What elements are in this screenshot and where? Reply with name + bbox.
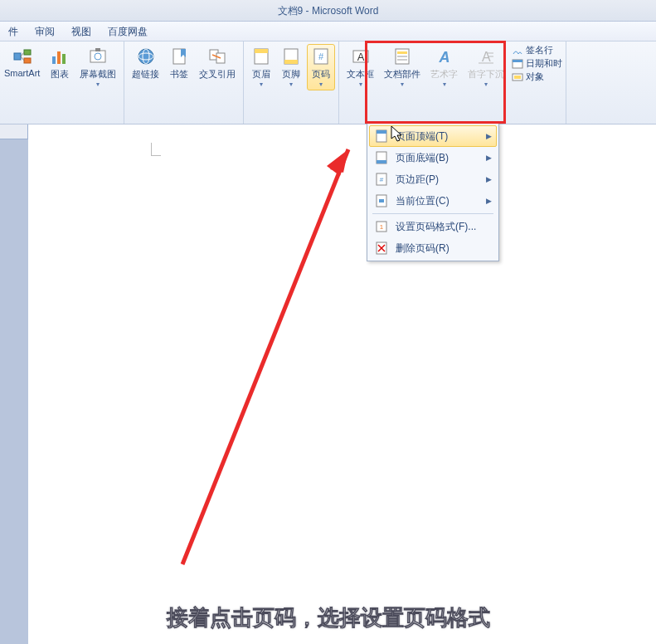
page-margin-icon: # bbox=[374, 172, 389, 187]
submenu-arrow-icon: ▶ bbox=[486, 132, 492, 140]
svg-rect-41 bbox=[377, 160, 386, 163]
svg-rect-8 bbox=[90, 51, 105, 62]
annotation-caption: 接着点击页码，选择设置页码格式 bbox=[0, 603, 656, 632]
svg-rect-39 bbox=[377, 130, 386, 134]
header-label: 页眉 bbox=[252, 68, 270, 80]
dropdown-arrow-icon: ▾ bbox=[443, 80, 446, 88]
wordart-label: 艺术字 bbox=[430, 68, 458, 80]
text-cursor bbox=[151, 143, 161, 156]
page-number-dropdown: 页面顶端(T) ▶ 页面底端(B) ▶ # 页边距(P) ▶ 当前位置(C) ▶… bbox=[367, 123, 499, 261]
dropdown-item-format-page-numbers[interactable]: 1 设置页码格式(F)... bbox=[369, 216, 497, 237]
page-number-button[interactable]: # 页码 ▾ bbox=[307, 44, 335, 90]
menu-item[interactable]: 件 bbox=[0, 22, 27, 41]
menu-bar: 件 审阅 视图 百度网盘 bbox=[0, 22, 656, 41]
bookmark-button[interactable]: 书签 bbox=[165, 44, 193, 83]
svg-rect-0 bbox=[14, 53, 21, 60]
svg-text:#: # bbox=[318, 51, 324, 61]
document-page[interactable] bbox=[28, 124, 656, 644]
footer-icon bbox=[281, 46, 301, 66]
header-button[interactable]: 页眉 ▾ bbox=[247, 44, 275, 90]
screenshot-label: 屏幕截图 bbox=[80, 68, 116, 80]
dropcap-button[interactable]: A 首字下沉 ▾ bbox=[464, 44, 508, 90]
dropdown-arrow-icon: ▾ bbox=[96, 80, 100, 88]
svg-rect-6 bbox=[57, 51, 61, 64]
object-icon bbox=[512, 71, 523, 83]
chart-label: 图表 bbox=[51, 68, 69, 80]
dropdown-arrow-icon: ▾ bbox=[319, 80, 323, 88]
chart-button[interactable]: 图表 bbox=[46, 44, 74, 90]
dropdown-separator bbox=[372, 213, 493, 214]
page-number-label: 页码 bbox=[312, 68, 330, 80]
docparts-button[interactable]: 文档部件 ▾ bbox=[380, 44, 425, 90]
ribbon-group-text: A 文本框 ▾ 文档部件 ▾ A 艺术字 ▾ A bbox=[338, 41, 566, 124]
crossref-button[interactable]: 交叉引用 bbox=[195, 44, 240, 83]
svg-text:1: 1 bbox=[380, 223, 384, 231]
format-page-number-icon: 1 bbox=[374, 219, 389, 234]
submenu-arrow-icon: ▶ bbox=[486, 175, 492, 183]
dropdown-label: 删除页码(R) bbox=[396, 242, 492, 256]
svg-line-3 bbox=[21, 52, 24, 56]
menu-item[interactable]: 审阅 bbox=[27, 22, 63, 41]
dropdown-arrow-icon: ▾ bbox=[260, 80, 263, 88]
smartart-icon bbox=[12, 46, 32, 66]
dropcap-icon: A bbox=[476, 46, 496, 66]
svg-rect-7 bbox=[62, 54, 66, 64]
menu-item[interactable]: 百度网盘 bbox=[100, 22, 156, 41]
page-top-icon bbox=[374, 129, 389, 144]
signature-line-button[interactable]: 签名行 bbox=[512, 44, 562, 56]
signature-icon bbox=[512, 45, 523, 56]
dropdown-arrow-icon: ▾ bbox=[289, 80, 293, 88]
footer-label: 页脚 bbox=[282, 68, 300, 80]
small-button-column: 签名行 日期和时 对象 bbox=[510, 44, 562, 90]
header-icon bbox=[251, 46, 271, 66]
docparts-label: 文档部件 bbox=[384, 68, 420, 80]
svg-rect-27 bbox=[397, 56, 407, 57]
svg-rect-37 bbox=[514, 76, 521, 79]
page-bottom-icon bbox=[374, 150, 389, 165]
dropdown-label: 页边距(P) bbox=[396, 173, 486, 187]
docparts-icon bbox=[392, 46, 412, 66]
crossref-label: 交叉引用 bbox=[199, 68, 236, 80]
ruler-corner bbox=[0, 124, 28, 139]
dropdown-item-bottom-of-page[interactable]: 页面底端(B) ▶ bbox=[369, 147, 497, 168]
svg-rect-28 bbox=[397, 59, 407, 61]
crossref-icon bbox=[207, 46, 227, 66]
bookmark-icon bbox=[169, 46, 189, 66]
object-button[interactable]: 对象 bbox=[512, 71, 562, 83]
bookmark-label: 书签 bbox=[170, 68, 188, 80]
dropdown-item-current-position[interactable]: 当前位置(C) ▶ bbox=[369, 190, 497, 212]
dropcap-label: 首字下沉 bbox=[468, 68, 504, 80]
svg-rect-10 bbox=[95, 48, 100, 51]
textbox-icon: A bbox=[351, 46, 371, 66]
hyperlink-button[interactable]: 超链接 bbox=[128, 44, 163, 83]
svg-text:A: A bbox=[357, 51, 365, 63]
window-title: 文档9 - Microsoft Word bbox=[278, 5, 379, 17]
submenu-arrow-icon: ▶ bbox=[486, 154, 492, 162]
footer-button[interactable]: 页脚 ▾ bbox=[277, 44, 305, 90]
signature-label: 签名行 bbox=[526, 44, 553, 56]
dropdown-arrow-icon: ▾ bbox=[359, 80, 362, 88]
wordart-button[interactable]: A 艺术字 ▾ bbox=[426, 44, 462, 90]
svg-rect-20 bbox=[284, 60, 298, 64]
svg-text:A: A bbox=[438, 49, 449, 66]
datetime-icon bbox=[512, 58, 523, 70]
smartart-button[interactable]: SmartArt bbox=[0, 44, 44, 90]
textbox-label: 文本框 bbox=[347, 68, 374, 80]
wordart-icon: A bbox=[435, 46, 454, 66]
datetime-button[interactable]: 日期和时 bbox=[512, 57, 562, 70]
svg-rect-26 bbox=[397, 51, 407, 54]
textbox-button[interactable]: A 文本框 ▾ bbox=[343, 44, 378, 90]
svg-text:#: # bbox=[380, 176, 384, 183]
menu-item[interactable]: 视图 bbox=[63, 22, 100, 41]
svg-line-4 bbox=[21, 56, 24, 61]
dropdown-item-top-of-page[interactable]: 页面顶端(T) ▶ bbox=[369, 125, 497, 147]
dropdown-arrow-icon: ▾ bbox=[401, 80, 404, 88]
hyperlink-label: 超链接 bbox=[132, 68, 159, 80]
dropdown-label: 设置页码格式(F)... bbox=[396, 220, 492, 234]
dropdown-item-remove-page-numbers[interactable]: 删除页码(R) bbox=[369, 237, 497, 259]
screenshot-button[interactable]: 屏幕截图 ▾ bbox=[75, 44, 120, 90]
dropdown-item-page-margins[interactable]: # 页边距(P) ▶ bbox=[369, 168, 497, 190]
remove-page-number-icon bbox=[374, 241, 389, 256]
svg-rect-1 bbox=[24, 50, 31, 55]
title-bar: 文档9 - Microsoft Word bbox=[0, 0, 656, 22]
